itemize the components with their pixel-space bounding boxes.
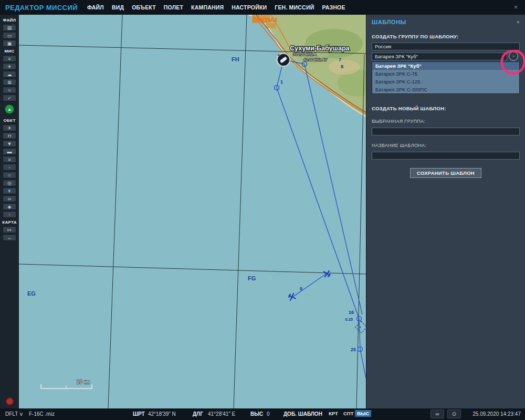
route-label: 25 xyxy=(351,347,356,352)
template-option-s125[interactable]: Батарея ЗРК С-125 xyxy=(372,78,519,86)
ruler-icon: ↔ xyxy=(7,235,12,240)
target-icon: ◎ xyxy=(7,181,12,186)
longitude-value: 41°28'41" E xyxy=(208,411,235,417)
template-option-kub[interactable]: Батарея ЗРК "Куб" xyxy=(372,62,519,70)
toolbar-left: ФАЙЛ ▤ ▭ ▣ МИС ≡ ✈ ☁ ⊞ ≈ ✓ ▲ ОБКТ ✈ H ▼ … xyxy=(0,15,19,408)
weather-button[interactable]: ☁ xyxy=(3,71,16,78)
menu-flight[interactable]: ПОЛЕТ xyxy=(164,4,183,10)
route-label: 16 xyxy=(349,310,354,315)
fly-arrow-icon: ▲ xyxy=(7,107,12,112)
add-template-button[interactable]: ДОБ. ШАБЛОН xyxy=(284,411,322,417)
goggles-icon: ∞ xyxy=(435,411,439,417)
fly-mission-button[interactable]: ▲ xyxy=(5,104,14,114)
city-label: СУХУМИ xyxy=(253,17,277,23)
template-option-s75[interactable]: Батарея ЗРК С-75 xyxy=(372,70,519,78)
add-airplane-button[interactable]: ✈ xyxy=(3,124,16,131)
gauge-button[interactable]: ⊙ xyxy=(447,410,461,418)
templates-panel: ШАБЛОНЫ × СОЗДАТЬ ГРУППУ ПО ШАБЛОНУ: Рос… xyxy=(366,15,525,408)
ammo-icon: ∞ xyxy=(8,196,11,202)
menubar: ФАЙЛ ВИД ОБЪЕКТ ПОЛЕТ КАМПАНИЯ НАСТРОЙКИ… xyxy=(87,4,345,10)
panel-close-icon[interactable]: × xyxy=(517,19,520,25)
ruler-button[interactable]: ↔ xyxy=(3,234,16,241)
delete-object-button[interactable]: × xyxy=(3,211,16,218)
static-object-icon: ◦ xyxy=(8,165,10,170)
payload-button[interactable]: ✈ xyxy=(3,63,16,70)
mission-filename: F-16C .miz xyxy=(29,411,55,417)
app-title: РЕДАКТОР МИССИЙ xyxy=(5,4,78,12)
menu-view[interactable]: ВИД xyxy=(112,4,124,10)
grid-label-eg: EG xyxy=(27,290,36,297)
save-template-button[interactable]: СОХРАНИТЬ ШАБЛОН xyxy=(410,168,481,178)
datetime: 25.09.2020 14:23:47 xyxy=(472,411,521,417)
toggle-altitude-mode[interactable]: ВЫС xyxy=(355,410,371,417)
longitude-label: ДЛГ xyxy=(193,411,203,417)
measure-distance-button[interactable]: ↦ xyxy=(3,226,16,233)
add-naval-group-button[interactable]: ▼ xyxy=(3,187,16,194)
latitude-value: 42°18'39" N xyxy=(148,411,176,417)
template-name-input[interactable] xyxy=(372,152,520,160)
profile-dropdown[interactable]: DFLT ∨ xyxy=(5,411,23,417)
group-dot-icon[interactable] xyxy=(360,327,361,328)
add-vehicle-button[interactable]: ▬ xyxy=(3,148,16,155)
gauge-icon: ⊙ xyxy=(452,411,456,417)
grid-label-fh: FH xyxy=(232,56,239,62)
route-label: 0 xyxy=(300,286,302,291)
routes-button[interactable]: ≈ xyxy=(3,87,16,93)
template-manage-button[interactable]: ◦ xyxy=(509,51,518,61)
payload-icon: ✈ xyxy=(7,64,12,69)
map-canvas[interactable]: FH FG EG xyxy=(19,15,366,408)
menu-campaign[interactable]: КАМПАНИЯ xyxy=(191,4,224,10)
scale-label: 20 км xyxy=(77,379,90,385)
goals-button[interactable]: ⊞ xyxy=(3,79,16,86)
new-mission-button[interactable]: ▤ xyxy=(3,24,16,31)
add-column-button[interactable]: ≡ xyxy=(3,156,16,163)
measure-icon: ↦ xyxy=(7,227,12,233)
menu-misc[interactable]: РАЗНОЕ xyxy=(322,4,345,10)
grid-label-fg: FG xyxy=(248,275,256,281)
menu-object[interactable]: ОБЪЕКТ xyxy=(132,4,156,10)
window-close-icon[interactable]: × xyxy=(512,4,520,11)
weather-icon: ☁ xyxy=(7,72,12,77)
menu-settings[interactable]: НАСТРОЙКИ xyxy=(232,4,267,10)
briefing-button[interactable]: ≡ xyxy=(3,55,16,62)
add-static-button[interactable]: ◦ xyxy=(3,164,16,171)
add-helicopter-button[interactable]: H xyxy=(3,132,16,139)
selected-group-input[interactable] xyxy=(372,128,520,135)
toggle-map-mode[interactable]: КРТ xyxy=(327,410,340,417)
toolbar-section-mission: МИС xyxy=(4,49,14,54)
country-select[interactable]: Россия xyxy=(372,43,520,50)
template-option-s300ps[interactable]: Батарея ЗРК С-300ПС xyxy=(372,86,519,93)
vr-goggles-button[interactable]: ∞ xyxy=(430,410,444,418)
add-zone-button[interactable]: ○ xyxy=(3,172,16,178)
briefing-icon: ≡ xyxy=(8,56,10,61)
ship-icon: ▼ xyxy=(7,141,12,146)
menu-mission-gen[interactable]: ГЕН. МИССИЙ xyxy=(275,4,314,10)
save-mission-button[interactable]: ▣ xyxy=(3,40,16,47)
toggle-satellite-mode[interactable]: СПТ xyxy=(341,410,356,417)
routes-icon: ≈ xyxy=(8,88,11,93)
shapes-button[interactable]: ◈ xyxy=(3,203,16,210)
open-mission-button[interactable]: ▭ xyxy=(3,32,16,39)
new-file-icon: ▤ xyxy=(7,25,12,30)
altitude-value: 0 xyxy=(267,411,270,417)
selected-group-label: ВЫБРАННАЯ ГРУППА: xyxy=(372,119,520,124)
menu-file[interactable]: ФАЙЛ xyxy=(87,4,104,10)
delete-icon: × xyxy=(8,212,10,217)
template-select[interactable]: Батарея ЗРК "Куб" xyxy=(372,52,507,60)
toolbar-section-file: ФАЙЛ xyxy=(3,18,16,23)
goals-icon: ⊞ xyxy=(7,80,12,85)
route-label: 0.25 xyxy=(345,317,353,322)
route-label: 8 xyxy=(341,64,343,69)
route-label: 1 xyxy=(280,79,283,85)
validate-button[interactable]: ✓ xyxy=(3,94,16,101)
field-patch xyxy=(329,60,360,75)
airport-icon[interactable] xyxy=(277,54,290,67)
add-target-button[interactable]: ◎ xyxy=(3,180,16,186)
route-label: 7 xyxy=(339,57,341,62)
airport-frequency-2: 40.00 kHz AV xyxy=(303,57,327,62)
statusbar: DFLT ∨ F-16C .miz ШРТ 42°18'39" N ДЛГ 41… xyxy=(0,408,525,420)
ammo-depot-button[interactable]: ∞ xyxy=(3,195,16,202)
check-icon: ✓ xyxy=(7,96,12,101)
record-button[interactable]: ● xyxy=(6,397,14,405)
add-ship-button[interactable]: ▼ xyxy=(3,140,16,147)
